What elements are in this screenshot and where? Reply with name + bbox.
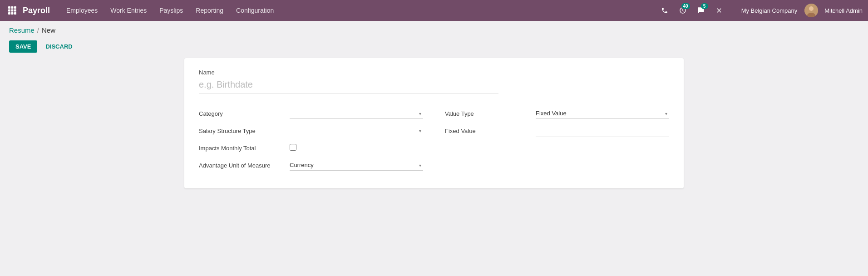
svg-rect-6 [8,12,10,15]
save-button[interactable]: SAVE [9,40,37,53]
main-menu: Employees Work Entries Payslips Reportin… [61,4,657,17]
fixed-value-input-wrapper[interactable] [536,124,669,137]
category-row: Category ▾ [199,105,423,122]
topnav-actions: 40 5 My Belgian Company Mitchell Admin [657,3,863,18]
timer-badge: 40 [681,3,690,9]
svg-rect-2 [14,6,16,9]
fixed-value-field [536,124,669,137]
chat-badge: 5 [701,3,708,9]
discard-button[interactable]: DISCARD [41,40,77,53]
user-avatar[interactable] [804,4,818,17]
category-select[interactable] [290,108,423,118]
menu-item-employees[interactable]: Employees [61,4,103,17]
salary-structure-type-label: Salary Structure Type [199,128,290,134]
salary-structure-type-row: Salary Structure Type ▾ [199,122,423,139]
impacts-monthly-total-row: Impacts Monthly Total [199,139,423,157]
value-type-row: Value Type ▾ [445,105,669,122]
advantage-unit-select[interactable] [290,160,423,170]
app-brand: Payroll [23,6,50,15]
close-icon[interactable] [712,3,726,18]
name-input[interactable] [199,78,498,94]
svg-rect-1 [11,6,14,9]
name-field-label: Name [199,69,669,76]
menu-item-configuration[interactable]: Configuration [231,4,279,17]
svg-rect-4 [11,10,14,12]
main-content: Name Category ▾ Salary Str [0,58,868,197]
menu-item-reporting[interactable]: Reporting [190,4,229,17]
category-field: ▾ [290,108,423,119]
advantage-unit-row: Advantage Unit of Measure ▾ [199,157,423,174]
value-type-select-wrapper[interactable]: ▾ [536,108,669,119]
svg-rect-7 [11,12,14,15]
username[interactable]: Mitchell Admin [824,7,863,14]
fixed-value-row: Fixed Value [445,122,669,139]
svg-rect-0 [8,6,10,9]
form-toolbar: SAVE DISCARD [0,37,868,58]
svg-point-10 [809,6,814,11]
fixed-value-input[interactable] [536,124,669,135]
breadcrumb: Resume / New [0,21,868,37]
form-card: Name Category ▾ Salary Str [184,58,684,188]
apps-icon[interactable] [5,4,19,17]
nav-divider [732,6,732,15]
value-type-select[interactable] [536,108,669,118]
advantage-unit-label: Advantage Unit of Measure [199,162,290,169]
form-grid: Category ▾ Salary Structure Type [199,105,669,174]
phone-icon[interactable] [657,3,672,18]
company-name[interactable]: My Belgian Company [741,7,798,14]
top-navigation: Payroll Employees Work Entries Payslips … [0,0,868,21]
breadcrumb-separator: / [37,26,39,34]
svg-rect-8 [14,12,16,15]
category-select-wrapper[interactable]: ▾ [290,108,423,119]
category-label: Category [199,110,290,117]
breadcrumb-parent[interactable]: Resume [9,26,35,34]
value-type-label: Value Type [445,110,536,117]
svg-rect-5 [14,10,16,12]
advantage-unit-select-wrapper[interactable]: ▾ [290,160,423,171]
form-right-section: Value Type ▾ Fixed Value [445,105,669,174]
timer-icon[interactable]: 40 [676,3,690,18]
form-left-section: Category ▾ Salary Structure Type [199,105,423,174]
menu-item-work-entries[interactable]: Work Entries [105,4,152,17]
impacts-monthly-total-checkbox[interactable] [290,144,296,151]
value-type-field: ▾ [536,108,669,119]
impacts-monthly-total-field [290,144,423,152]
chat-icon[interactable]: 5 [694,3,708,18]
salary-structure-type-select[interactable] [290,125,423,136]
breadcrumb-current: New [42,26,55,34]
salary-structure-type-field: ▾ [290,125,423,136]
advantage-unit-field: ▾ [290,160,423,171]
impacts-monthly-total-label: Impacts Monthly Total [199,145,290,152]
fixed-value-label: Fixed Value [445,128,536,134]
svg-rect-3 [8,10,10,12]
salary-structure-type-select-wrapper[interactable]: ▾ [290,125,423,136]
menu-item-payslips[interactable]: Payslips [154,4,188,17]
